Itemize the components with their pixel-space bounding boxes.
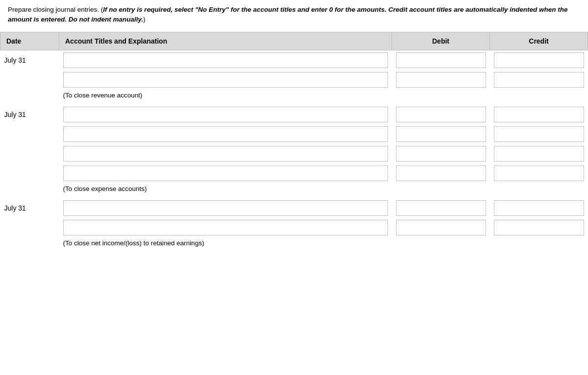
section2-account1-input[interactable] bbox=[63, 107, 388, 122]
section1-row2 bbox=[0, 70, 588, 90]
section2-debit3[interactable] bbox=[392, 144, 490, 164]
section3-credit1-input[interactable] bbox=[494, 200, 584, 216]
section1-debit1-input[interactable] bbox=[396, 52, 486, 68]
section3-note-row: (To close net income/(loss) to retained … bbox=[0, 237, 588, 249]
section2-credit4-input[interactable] bbox=[494, 165, 584, 181]
section2-credit3-input[interactable] bbox=[494, 146, 584, 162]
section2-credit2-input[interactable] bbox=[494, 126, 584, 142]
col-header-account: Account Titles and Explanation bbox=[59, 32, 392, 50]
section1-note: (To close revenue account) bbox=[59, 90, 588, 101]
section-gap-1 bbox=[0, 101, 588, 105]
section3-date2 bbox=[0, 218, 59, 237]
section2-credit2[interactable] bbox=[490, 124, 588, 144]
section2-account3[interactable] bbox=[59, 144, 392, 164]
section2-note-row: (To close expense accounts) bbox=[0, 183, 588, 194]
section3-date: July 31 bbox=[0, 198, 59, 218]
section3-account2[interactable] bbox=[59, 218, 392, 237]
col-header-date: Date bbox=[0, 32, 59, 50]
section2-date: July 31 bbox=[0, 105, 59, 124]
col-header-credit: Credit bbox=[490, 32, 588, 50]
section1-account1-input[interactable] bbox=[63, 52, 388, 68]
section2-date3 bbox=[0, 144, 59, 164]
section1-credit2-input[interactable] bbox=[494, 72, 584, 88]
section1-account2[interactable] bbox=[59, 70, 392, 90]
section1-credit2[interactable] bbox=[490, 70, 588, 90]
section1-debit2-input[interactable] bbox=[396, 72, 486, 88]
col-header-debit: Debit bbox=[392, 32, 490, 50]
section2-debit1-input[interactable] bbox=[396, 107, 486, 122]
section2-debit4[interactable] bbox=[392, 164, 490, 183]
section3-row1: July 31 bbox=[0, 198, 588, 218]
section2-account4[interactable] bbox=[59, 164, 392, 183]
section1-debit2[interactable] bbox=[392, 70, 490, 90]
section2-account2[interactable] bbox=[59, 124, 392, 144]
section2-account1[interactable] bbox=[59, 105, 392, 124]
section3-account1[interactable] bbox=[59, 198, 392, 218]
section3-note-date bbox=[0, 237, 59, 249]
section1-credit1[interactable] bbox=[490, 50, 588, 70]
section3-credit2-input[interactable] bbox=[494, 220, 584, 235]
section2-row4 bbox=[0, 164, 588, 183]
section2-date4 bbox=[0, 164, 59, 183]
section2-row1: July 31 bbox=[0, 105, 588, 124]
section2-note-date bbox=[0, 183, 59, 194]
section1-date: July 31 bbox=[0, 50, 59, 70]
section1-note-row: (To close revenue account) bbox=[0, 90, 588, 101]
section1-account2-input[interactable] bbox=[63, 72, 388, 88]
section2-debit2[interactable] bbox=[392, 124, 490, 144]
section1-date2 bbox=[0, 70, 59, 90]
section2-credit4[interactable] bbox=[490, 164, 588, 183]
section2-debit4-input[interactable] bbox=[396, 165, 486, 181]
section2-date2 bbox=[0, 124, 59, 144]
section2-debit2-input[interactable] bbox=[396, 126, 486, 142]
section3-row2 bbox=[0, 218, 588, 237]
section2-debit3-input[interactable] bbox=[396, 146, 486, 162]
section2-account4-input[interactable] bbox=[63, 165, 388, 181]
section2-row3 bbox=[0, 144, 588, 164]
section2-credit3[interactable] bbox=[490, 144, 588, 164]
section3-credit1[interactable] bbox=[490, 198, 588, 218]
section3-account1-input[interactable] bbox=[63, 200, 388, 216]
section2-row2 bbox=[0, 124, 588, 144]
section2-account3-input[interactable] bbox=[63, 146, 388, 162]
section2-credit1-input[interactable] bbox=[494, 107, 584, 122]
section2-account2-input[interactable] bbox=[63, 126, 388, 142]
section3-debit2[interactable] bbox=[392, 218, 490, 237]
section3-credit2[interactable] bbox=[490, 218, 588, 237]
section3-debit2-input[interactable] bbox=[396, 220, 486, 235]
section3-note: (To close net income/(loss) to retained … bbox=[59, 237, 588, 249]
section1-note-date bbox=[0, 90, 59, 101]
section3-debit1-input[interactable] bbox=[396, 200, 486, 216]
section1-row1: July 31 bbox=[0, 50, 588, 70]
section1-credit1-input[interactable] bbox=[494, 52, 584, 68]
instructions: Prepare closing journal entries. (If no … bbox=[0, 0, 588, 32]
section3-account2-input[interactable] bbox=[63, 220, 388, 235]
section-gap-2 bbox=[0, 194, 588, 198]
journal-table: Date Account Titles and Explanation Debi… bbox=[0, 32, 588, 249]
section1-account1[interactable] bbox=[59, 50, 392, 70]
section2-credit1[interactable] bbox=[490, 105, 588, 124]
section1-debit1[interactable] bbox=[392, 50, 490, 70]
section3-debit1[interactable] bbox=[392, 198, 490, 218]
section2-note: (To close expense accounts) bbox=[59, 183, 588, 194]
section2-debit1[interactable] bbox=[392, 105, 490, 124]
